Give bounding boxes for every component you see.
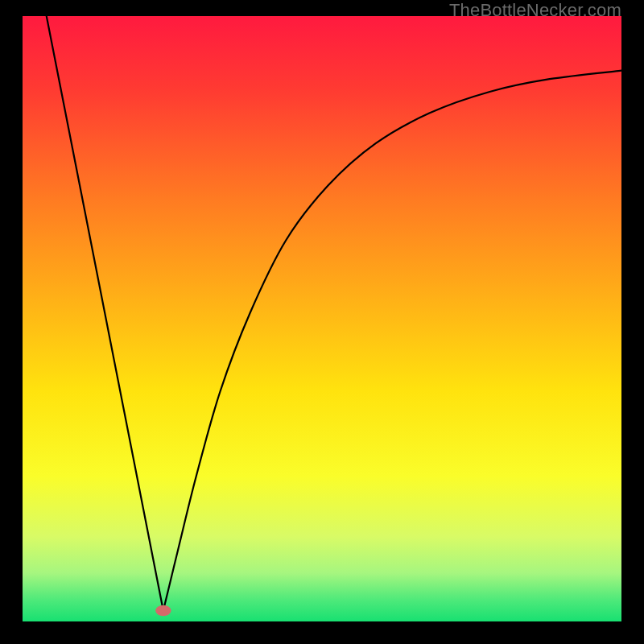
gradient-background (23, 16, 621, 621)
chart-frame (23, 16, 621, 621)
bottleneck-chart (23, 16, 621, 621)
minimum-marker (155, 605, 171, 617)
watermark-label: TheBottleNecker.com (449, 0, 621, 21)
